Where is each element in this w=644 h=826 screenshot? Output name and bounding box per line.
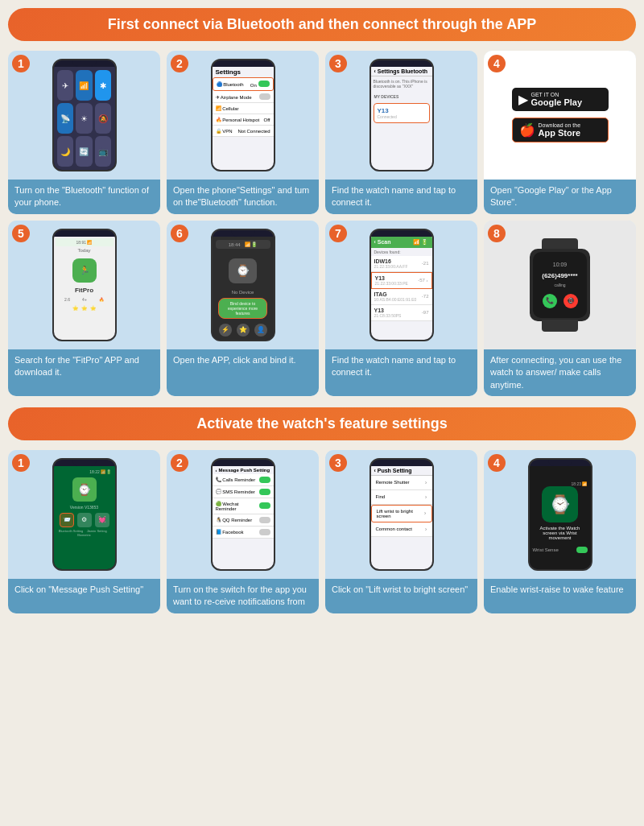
step-8-desc: After connecting, you can use the watch … (484, 349, 636, 396)
y13-device-row[interactable]: Y13 Connected (374, 103, 430, 123)
no-device-text: No Device (232, 290, 254, 295)
lw-common-contact[interactable]: Common contact › (371, 522, 432, 537)
wrist-time: 18:23 📶 (572, 481, 588, 486)
phone-screen-2: Settings 🔵 Bluetooth On ✈ Airplane Mode … (213, 67, 274, 170)
settings-hotspot-row[interactable]: 🔥 Personal Hotspot Off (213, 114, 274, 126)
scan-label: ‹ Scan (374, 239, 391, 246)
control-center: ✈ 📶 ✱ 📡 ☀ 🔕 🌙 🔄 📺 (54, 67, 115, 170)
sms-row[interactable]: 💬 SMS Reminder (213, 486, 274, 498)
star2: ⭐ (81, 305, 87, 311)
step-6-desc: Open the APP, click and bind it. (167, 349, 319, 396)
phone-screen-b3: ‹ Push Setting Remote Shutter › Find › (371, 466, 432, 569)
lw-lift-wrist[interactable]: Lift wrist to bright screen › (371, 505, 432, 522)
step-7-number: 7 (329, 225, 347, 242)
calls-row[interactable]: 📞 Calls Reminder (213, 474, 274, 486)
back-arrow: ‹ (216, 468, 217, 473)
lw-remote-shutter[interactable]: Remote Shutter › (371, 476, 432, 490)
settings-hotspot-label: 🔥 Personal Hotspot (216, 117, 260, 122)
calls-toggle[interactable] (259, 477, 270, 483)
fitpro-icon-labels: Bluetooth Setting Jiamin Setting Biometr… (57, 529, 112, 537)
sms-toggle[interactable] (259, 489, 270, 495)
settings-cellular-row[interactable]: 📶 Cellular (213, 103, 274, 114)
wechat-toggle[interactable] (259, 502, 270, 509)
app-header: 18:91 📶 (56, 238, 114, 246)
idw16-row[interactable]: IDW16 21:22:33:00:AA:FF -21 (371, 256, 432, 272)
cc-brightness: ☀ (76, 103, 93, 134)
phone-screen-7: ‹ Scan 📶 🔋 Devices found: IDW16 21:22:33… (371, 237, 432, 340)
phone-fitpro-home: 18:22 📶 🔋 ⌚ Version V13653 📨 ⚙ 💓 Bluetoo… (52, 458, 117, 571)
section1: First connect via Bluetooth and then con… (8, 8, 636, 396)
phone-settings: Settings 🔵 Bluetooth On ✈ Airplane Mode … (211, 59, 275, 171)
qq-toggle[interactable] (259, 517, 270, 523)
answer-btn[interactable]: 📞 (543, 294, 557, 308)
step-3-desc: Find the watch name and tap to connect i… (325, 180, 477, 214)
y13-2-row[interactable]: Y13 21:C8:33:50PS -97 (371, 305, 432, 321)
settings-vpn-row[interactable]: 🔒 VPN Not Connected (213, 126, 274, 137)
fitpro-stats: 2.6 4+ 🔥 (56, 294, 114, 305)
step-6-image: 6 18:44 📶 🔋 ⌚ No Device Bind device to e… (167, 221, 319, 349)
y13-row[interactable]: Y13 21:22:33:00:33:PE -57 › (371, 272, 432, 289)
step-7-desc: Find the watch name and tap to connect i… (325, 349, 477, 396)
bind-btn[interactable]: Bind device to experience more features (218, 298, 267, 319)
settings-vpn-label: 🔒 VPN (216, 128, 233, 134)
section2-header: Activate the watch's feature settings (8, 407, 636, 440)
cc-dark: 🌙 (57, 136, 74, 167)
itag-row[interactable]: ITAG 10:AS:B4:00:E01:91:E0 -72 (371, 289, 432, 305)
phone-notch-b3 (390, 460, 414, 466)
cc-mirror: 📺 (95, 136, 112, 167)
fitpro-screen: 18:91 📶 Today 🏃 FitPro 2.6 4+ 🔥 (54, 237, 115, 340)
step-4-card: 4 ▶ GET IT ON Google Play 🍎 Download on … (484, 51, 636, 214)
biometric-btn[interactable]: 💓 (95, 513, 109, 527)
wrist-sense-toggle[interactable] (576, 547, 588, 553)
my-devices-label: MY DEVICES (371, 93, 432, 101)
phone-bluetooth: ✈ 📶 ✱ 📡 ☀ 🔕 🌙 🔄 📺 (52, 59, 117, 171)
bind-icon-1: ⚡ (219, 324, 232, 337)
step-5-image: 5 18:91 📶 Today 🏃 FitPro 2.6 (8, 221, 160, 349)
facebook-toggle[interactable] (259, 529, 270, 535)
itag-rssi: -72 (422, 294, 429, 299)
step-b3-desc: Click on "Lift wrist to bright screen" (325, 579, 477, 613)
phone-screen-5: 18:91 📶 Today 🏃 FitPro 2.6 4+ 🔥 (54, 237, 115, 340)
watch-screen-area: 10:09 (626)499**** calling 📞 📵 (530, 249, 590, 321)
step-1-image: 1 ✈ 📶 ✱ 📡 ☀ 🔕 🌙 🔄 📺 (8, 51, 160, 180)
facebook-label: 📘 Facebook (216, 529, 244, 535)
lw-find[interactable]: Find › (371, 490, 432, 505)
jiamin-btn[interactable]: ⚙ (77, 513, 92, 527)
step-2-desc: Open the phone"Settings" and tum on the"… (167, 180, 319, 214)
facebook-row[interactable]: 📘 Facebook (213, 527, 274, 539)
google-play-badge[interactable]: ▶ GET IT ON Google Play (512, 88, 609, 111)
step-7-card: 7 ‹ Scan 📶 🔋 Devices found: (325, 221, 477, 396)
wechat-row[interactable]: 🟢 Wechat Reminder (213, 498, 274, 514)
call-buttons: 📞 📵 (543, 294, 578, 308)
decline-btn[interactable]: 📵 (564, 294, 578, 308)
watch-face-icon: ⌚ (549, 494, 571, 515)
phone-screen-6: 18:44 📶 🔋 ⌚ No Device Bind device to exp… (213, 237, 274, 340)
qq-row[interactable]: 🐧 QQ Reminder (213, 514, 274, 527)
phone-bt-list: ‹ Settings Bluetooth Bluetooth is on. Th… (369, 59, 434, 171)
step-4-image: 4 ▶ GET IT ON Google Play 🍎 Download on … (484, 51, 636, 180)
wrist-toggle-row: Wrist Sense (533, 547, 588, 553)
watch-call-screen: 10:09 (626)499**** calling 📞 📵 (533, 252, 587, 318)
cc-bluetooth: ✱ (95, 70, 112, 101)
fitpro-home-time: 18:22 📶 🔋 (57, 469, 112, 474)
scan-title: 📶 🔋 (413, 239, 429, 246)
app-store-badge[interactable]: 🍎 Download on the App Store (512, 118, 609, 142)
bt-screen: ‹ Settings Bluetooth Bluetooth is on. Th… (371, 67, 432, 170)
step-3-image: 3 ‹ Settings Bluetooth Bluetooth is on. … (325, 51, 477, 180)
find-label: Find (376, 494, 386, 499)
lift-wrist-label: Lift wrist to bright screen (377, 509, 424, 518)
cc-wifi: 📶 (76, 70, 93, 101)
settings-bluetooth-row[interactable]: 🔵 Bluetooth On (213, 77, 274, 91)
section2-header-text: Activate the watch's feature settings (196, 415, 447, 432)
phone-screen: ✈ 📶 ✱ 📡 ☀ 🔕 🌙 🔄 📺 (54, 67, 115, 170)
msg-push-btn[interactable]: 📨 (60, 513, 74, 527)
wrist-sense-label: Wrist Sense (533, 547, 559, 552)
step-b1-image: 1 18:22 📶 🔋 ⌚ Version V13653 📨 ⚙ 💓 (8, 450, 160, 579)
settings-screen: Settings 🔵 Bluetooth On ✈ Airplane Mode … (213, 67, 274, 170)
step-b4-number: 4 (488, 454, 506, 472)
wrist-sense-screen: 18:23 📶 ⌚ Activate the Watch screen via … (530, 466, 591, 569)
settings-airplane-row[interactable]: ✈ Airplane Mode (213, 91, 274, 103)
step-5-number: 5 (12, 225, 30, 242)
cc-cell: 📡 (57, 103, 74, 134)
wrist-watch-display: ⌚ (542, 486, 578, 522)
